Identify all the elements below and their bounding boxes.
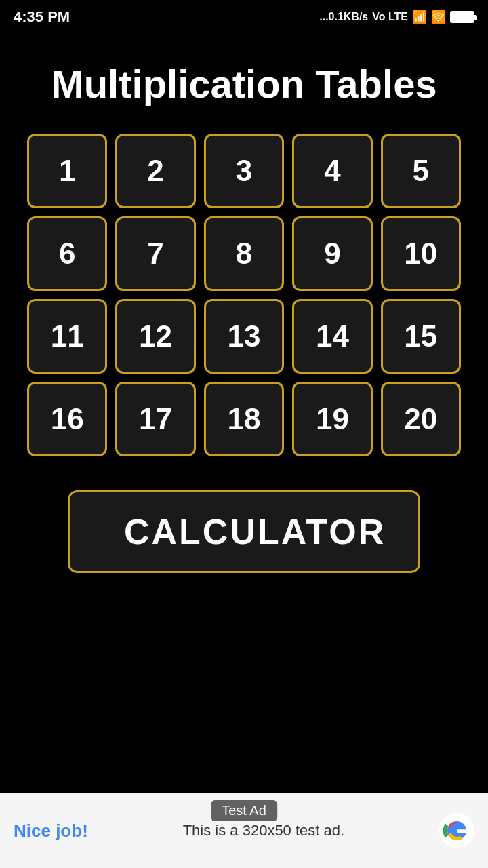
number-btn-9[interactable]: 9 <box>292 216 372 291</box>
calculator-button[interactable]: CALCULATOR <box>68 490 420 573</box>
number-btn-17[interactable]: 17 <box>115 382 195 456</box>
number-btn-6[interactable]: 6 <box>27 216 107 291</box>
status-bar: 4:35 PM ...0.1KB/s Vo LTE 📶 🛜 <box>0 0 488 34</box>
ad-nice-text: Nice job! <box>14 821 88 842</box>
number-grid: 1234567891011121314151617181920 <box>27 134 461 456</box>
number-btn-4[interactable]: 4 <box>292 134 372 208</box>
number-btn-18[interactable]: 18 <box>204 382 284 456</box>
signal-bars-icon: 📶 <box>412 9 427 24</box>
number-btn-5[interactable]: 5 <box>381 134 461 208</box>
number-btn-12[interactable]: 12 <box>115 299 195 374</box>
number-btn-11[interactable]: 11 <box>27 299 107 374</box>
number-btn-2[interactable]: 2 <box>115 134 195 208</box>
number-btn-8[interactable]: 8 <box>204 216 284 291</box>
ad-description: This is a 320x50 test ad. <box>102 822 426 840</box>
ad-banner: Test Ad Nice job! This is a 320x50 test … <box>0 793 488 868</box>
page-title: Multiplication Tables <box>51 61 436 106</box>
network-speed: ...0.1KB/s <box>319 11 368 23</box>
number-btn-3[interactable]: 3 <box>204 134 284 208</box>
number-btn-13[interactable]: 13 <box>204 299 284 374</box>
number-btn-7[interactable]: 7 <box>115 216 195 291</box>
status-right: ...0.1KB/s Vo LTE 📶 🛜 <box>319 9 474 24</box>
ad-logo-icon <box>439 813 474 848</box>
battery-icon <box>450 11 474 23</box>
lte-badge: Vo LTE <box>372 11 408 23</box>
number-btn-1[interactable]: 1 <box>27 134 107 208</box>
main-content: Multiplication Tables 123456789101112131… <box>0 34 488 587</box>
number-btn-20[interactable]: 20 <box>381 382 461 456</box>
ad-test-label: Test Ad <box>211 800 277 821</box>
wifi-icon: 🛜 <box>431 9 446 24</box>
number-btn-19[interactable]: 19 <box>292 382 372 456</box>
number-btn-10[interactable]: 10 <box>381 216 461 291</box>
number-btn-14[interactable]: 14 <box>292 299 372 374</box>
number-btn-16[interactable]: 16 <box>27 382 107 456</box>
number-btn-15[interactable]: 15 <box>381 299 461 374</box>
status-time: 4:35 PM <box>14 8 70 26</box>
